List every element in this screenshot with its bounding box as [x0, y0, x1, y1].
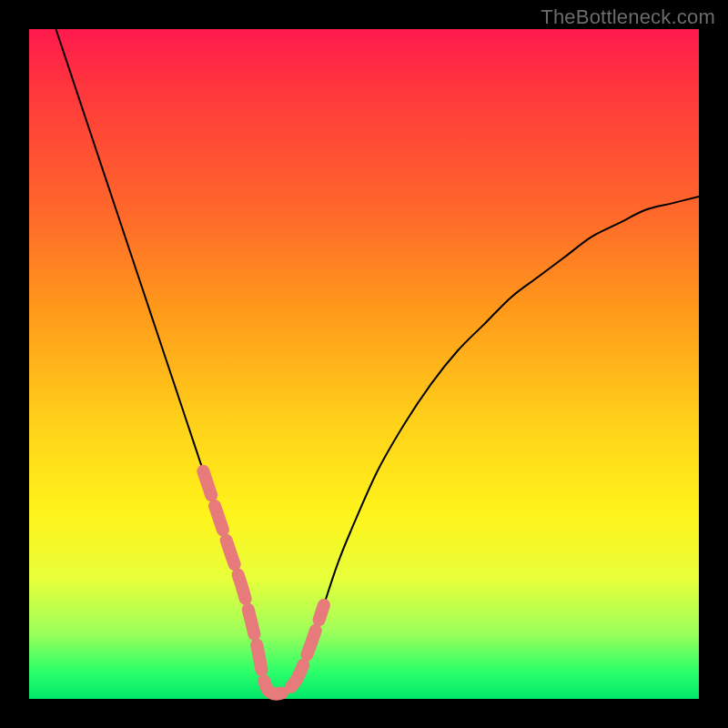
chart-frame: TheBottleneck.com: [0, 0, 728, 728]
plot-area: [29, 29, 699, 699]
watermark-text: TheBottleneck.com: [541, 5, 715, 29]
bottleneck-curve-path: [56, 29, 699, 693]
curve-layer: [29, 29, 699, 699]
bottleneck-curve-highlight: [203, 471, 323, 694]
